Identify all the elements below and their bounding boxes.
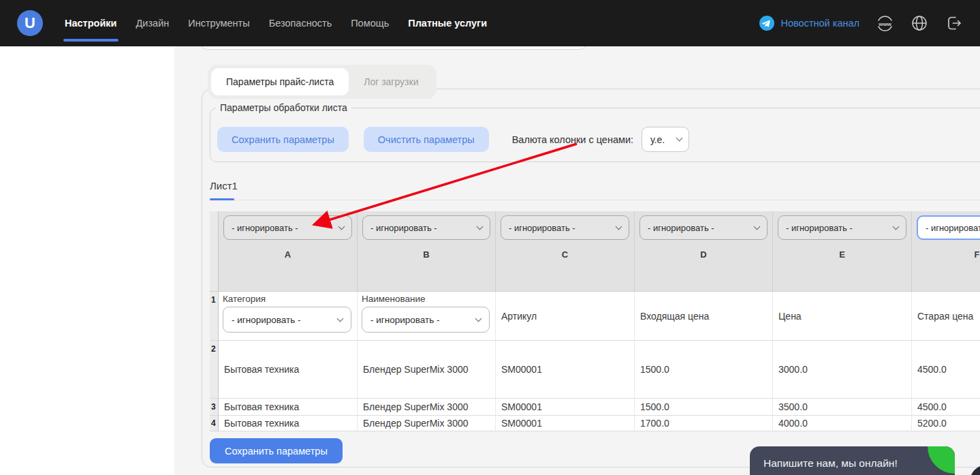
column-header-f: - игнорировать - F [912, 211, 980, 292]
active-sheet-underline [210, 198, 234, 200]
cell-a3: Бытовая техника [219, 399, 358, 416]
column-letter: C [501, 249, 629, 260]
tab-price-list-params[interactable]: Параметры прайс-листа [211, 68, 349, 95]
column-header-b: - игнорировать - B [358, 211, 496, 292]
panel-tabs: Параметры прайс-листа Лог загрузки [208, 65, 437, 99]
sheet-tab-list1[interactable]: Лист1 [210, 180, 238, 191]
nav-design[interactable]: Дизайн [136, 0, 170, 46]
cell-e2: 3000.0 [773, 341, 912, 399]
column-letter: D [639, 249, 768, 260]
sheet-params-fieldset: Параметры обработки листа Сохранить пара… [210, 108, 980, 162]
chevron-down-icon [337, 315, 344, 322]
chevron-down-icon [616, 223, 622, 230]
cell-b4: Блендер SuperMix 3000 [358, 416, 496, 431]
column-header-c: - игнорировать - C [496, 211, 635, 292]
cell-d4: 1700.0 [635, 416, 773, 431]
fieldset-controls: Сохранить параметры Очистить параметры В… [217, 127, 689, 152]
column-mapping-select-c[interactable]: - игнорировать - [501, 215, 629, 240]
chevron-down-icon [676, 135, 683, 142]
row-number: 1 [210, 292, 219, 341]
nav-security[interactable]: Безопасность [269, 0, 332, 46]
cell-d1: Входящая цена [635, 292, 773, 341]
nav-settings[interactable]: Настройки [65, 0, 117, 46]
cell-d3: 1500.0 [635, 399, 773, 416]
clear-params-button[interactable]: Очистить параметры [364, 127, 489, 152]
tab-upload-log[interactable]: Лог загрузки [349, 68, 433, 95]
cell-f1: Старая цена [912, 292, 980, 341]
row-number: 2 [210, 341, 219, 399]
fieldset-legend: Параметры обработки листа [216, 102, 351, 113]
select-value: - игнорировать - [370, 315, 439, 325]
select-value: - игнорировать - [786, 223, 853, 233]
news-channel-label: Новостной канал [781, 18, 860, 29]
cell-f2: 4500.0 [912, 341, 980, 399]
cell-b2: Блендер SuperMix 3000 [358, 341, 496, 399]
cell-c1: Артикул [496, 292, 635, 341]
column-header-d: - игнорировать - D [635, 211, 773, 292]
main-nav: Настройки Дизайн Инструменты Безопасност… [65, 0, 487, 46]
nav-paid-services[interactable]: Платные услуги [408, 0, 487, 46]
row-number: 3 [210, 399, 219, 416]
header-gutter [210, 211, 219, 292]
cell-b3: Блендер SuperMix 3000 [358, 399, 496, 416]
select-value: - игнорировать - [370, 223, 437, 233]
cell-e1: Цена [773, 292, 912, 341]
svg-text:www: www [878, 20, 891, 27]
topbar: U Настройки Дизайн Инструменты Безопасно… [0, 0, 980, 46]
select-value: - игнорировать - [926, 223, 980, 233]
telegram-icon [759, 15, 775, 31]
column-header-e: - игнорировать - E [773, 211, 912, 292]
save-params-bottom-button[interactable]: Сохранить параметры [210, 438, 343, 463]
nav-help[interactable]: Помощь [351, 0, 389, 46]
cell-f3: 4500.0 [912, 399, 980, 416]
select-value: - игнорировать - [509, 223, 575, 233]
left-sidebar [0, 46, 174, 475]
select-value: - игнорировать - [232, 315, 300, 325]
chevron-down-icon [477, 223, 484, 230]
column-mapping-select-f[interactable]: - игнорировать - [917, 215, 980, 240]
cell-e3: 3500.0 [773, 399, 912, 416]
currency-column-label: Валюта колонки с ценами: [512, 134, 633, 145]
cell-d2: 1500.0 [635, 341, 773, 399]
cell-text: Категория [223, 294, 351, 304]
cell-a2: Бытовая техника [219, 341, 358, 399]
app-logo[interactable]: U [17, 10, 43, 36]
column-mapping-select-b[interactable]: - игнорировать - [362, 215, 490, 240]
cell-text: Наименование [362, 294, 490, 304]
row1-mapping-select-a[interactable]: - игнорировать - [223, 307, 351, 333]
cell-c3: SM00001 [496, 399, 635, 416]
column-letter: E [778, 249, 906, 260]
www-icon[interactable]: www [876, 14, 894, 33]
currency-select[interactable]: у.е. [642, 127, 689, 152]
column-mapping-select-a[interactable]: - игнорировать - [223, 215, 352, 240]
select-value: - игнорировать - [232, 223, 298, 233]
sheet-tabs-divider [210, 200, 980, 200]
chat-widget[interactable]: Напишите нам, мы онлайн! [750, 446, 955, 475]
chevron-down-icon [893, 223, 900, 230]
globe-icon[interactable] [911, 14, 928, 32]
column-mapping-select-e[interactable]: - игнорировать - [778, 215, 906, 240]
chevron-down-icon [475, 315, 482, 322]
cell-f4: 5200.0 [912, 416, 980, 431]
chat-leaf-icon [928, 446, 955, 474]
column-letter: B [362, 249, 490, 260]
cell-c4: SM00001 [496, 416, 635, 431]
news-channel-link[interactable]: Новостной канал [759, 15, 860, 31]
row1-mapping-select-b[interactable]: - игнорировать - [362, 307, 490, 333]
column-header-a: - игнорировать - A [219, 211, 358, 292]
row-number: 4 [210, 416, 219, 431]
topbar-right: Новостной канал www [759, 14, 963, 33]
chevron-down-icon [754, 223, 761, 230]
select-value: - игнорировать - [648, 223, 714, 233]
currency-select-value: у.е. [650, 134, 665, 145]
nav-tools[interactable]: Инструменты [188, 0, 249, 46]
column-mapping-select-d[interactable]: - игнорировать - [639, 215, 768, 240]
chevron-down-icon [338, 223, 345, 230]
logout-icon[interactable] [945, 14, 962, 32]
cell-e4: 4000.0 [773, 416, 912, 431]
price-list-table: - игнорировать - A - игнорировать - B - … [210, 211, 980, 431]
column-letter: F [917, 249, 980, 260]
chat-message: Напишите нам, мы онлайн! [763, 457, 898, 470]
cell-a1: Категория - игнорировать - [219, 292, 358, 341]
save-params-button[interactable]: Сохранить параметры [217, 127, 349, 152]
